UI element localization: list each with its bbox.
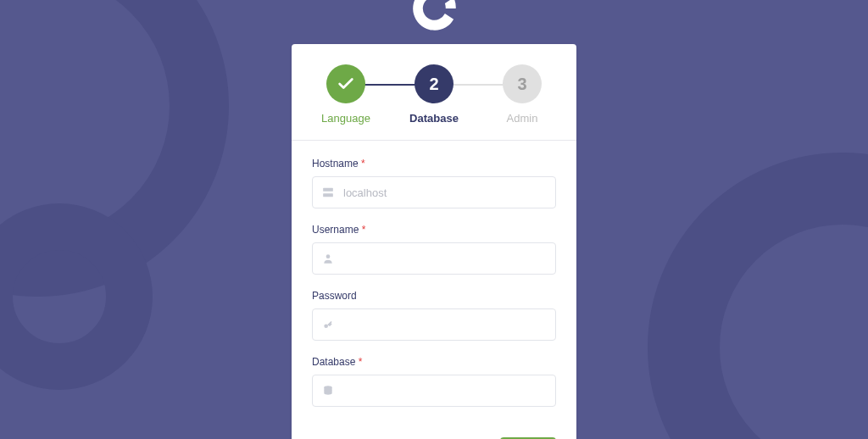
required-mark: * xyxy=(361,158,365,169)
hostname-label: Hostname * xyxy=(312,158,556,169)
required-mark: * xyxy=(362,224,366,236)
database-field-group: Database * xyxy=(312,356,556,407)
password-label: Password xyxy=(312,290,556,302)
step-number: 2 xyxy=(415,64,453,103)
database-label: Database * xyxy=(312,356,556,368)
step-database[interactable]: 2 Database xyxy=(400,64,468,125)
server-icon xyxy=(313,186,343,198)
svg-point-3 xyxy=(324,324,328,328)
akaunting-logo xyxy=(404,0,464,34)
password-field-group: Password xyxy=(312,290,556,341)
stepper: Language 2 Database 3 Admin xyxy=(292,44,576,141)
hostname-input[interactable] xyxy=(343,177,555,208)
installer-card: Language 2 Database 3 Admin Hostname * xyxy=(292,44,576,439)
username-field-group: Username * xyxy=(312,224,556,275)
step-label: Database xyxy=(409,112,459,125)
database-form: Hostname * Username * Password xyxy=(292,141,576,437)
required-mark: * xyxy=(359,356,363,368)
step-label: Admin xyxy=(507,112,538,125)
svg-rect-1 xyxy=(323,193,333,197)
key-icon xyxy=(313,319,343,331)
hostname-field-group: Hostname * xyxy=(312,158,556,208)
password-input[interactable] xyxy=(343,309,555,340)
database-icon xyxy=(313,385,343,397)
step-label: Language xyxy=(321,112,370,125)
svg-point-2 xyxy=(326,254,331,258)
step-number: 3 xyxy=(503,64,542,103)
decorative-arc xyxy=(648,153,868,439)
username-label: Username * xyxy=(312,224,556,236)
svg-rect-0 xyxy=(323,188,333,192)
step-language[interactable]: Language xyxy=(312,64,380,125)
check-icon xyxy=(337,75,355,93)
database-input[interactable] xyxy=(343,375,555,406)
step-admin: 3 Admin xyxy=(488,64,556,125)
username-input[interactable] xyxy=(343,243,555,274)
svg-point-4 xyxy=(324,386,331,389)
user-icon xyxy=(313,253,343,264)
